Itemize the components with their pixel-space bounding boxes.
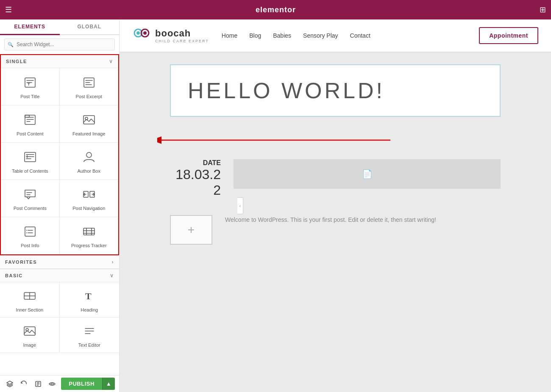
favorites-section-header[interactable]: FAVORITES ›	[0, 256, 119, 269]
single-section-header[interactable]: SINGLE ∨	[1, 55, 118, 68]
heading-icon: T	[82, 288, 97, 304]
page-title-box: HELLO WORLD!	[170, 64, 501, 117]
widget-image[interactable]: Image	[0, 317, 60, 353]
sidebar-tabs: ELEMENTS GLOBAL	[0, 19, 119, 35]
svg-rect-32	[83, 228, 95, 235]
page-content: HELLO WORLD! DATE 18.03.2	[145, 52, 526, 257]
logo-sub: CHILD CARE EXPERT	[155, 39, 209, 43]
tab-elements[interactable]: ELEMENTS	[0, 19, 60, 35]
widget-progress-tracker-label: Progress Tracker	[71, 243, 107, 248]
publish-button[interactable]: PUBLISH	[61, 378, 102, 390]
date-label: DATE	[170, 159, 221, 167]
single-section-label: SINGLE	[6, 59, 27, 64]
site-logo[interactable]: boocah CHILD CARE EXPERT	[132, 26, 209, 45]
nav-babies[interactable]: Babies	[273, 32, 291, 39]
top-bar: ☰ elementor ⊞	[0, 0, 551, 19]
widget-post-title-label: Post Title	[20, 94, 39, 99]
inner-section-icon	[22, 288, 37, 304]
basic-section-header[interactable]: BASIC ∨	[0, 269, 119, 282]
svg-text:T: T	[28, 82, 30, 86]
content-row: + Welcome to WordPress. This is your fir…	[170, 215, 501, 245]
widget-post-title[interactable]: T Post Title	[1, 68, 60, 105]
single-section-chevron: ∨	[109, 58, 114, 64]
placeholder-icon: 📄	[362, 169, 373, 179]
layers-icon[interactable]	[4, 378, 15, 390]
date-value2: 2	[170, 182, 221, 198]
widget-post-excerpt-label: Post Excerpt	[76, 94, 102, 99]
widget-inner-section[interactable]: Inner Section	[0, 282, 60, 317]
publish-arrow-button[interactable]: ▲	[102, 378, 115, 390]
featured-image-icon	[81, 112, 97, 127]
widget-post-info-label: Post Info	[21, 243, 39, 248]
widget-progress-tracker[interactable]: Progress Tracker	[60, 217, 119, 254]
basic-section-label: BASIC	[5, 273, 23, 278]
svg-rect-12	[25, 115, 29, 117]
search-input[interactable]	[4, 39, 115, 50]
widget-inner-section-label: Inner Section	[16, 307, 43, 313]
svg-rect-27	[25, 227, 35, 236]
post-comments-icon	[22, 187, 38, 202]
logo-text: boocah CHILD CARE EXPERT	[155, 28, 209, 43]
widget-table-of-contents[interactable]: Table of Contents	[1, 143, 60, 180]
post-navigation-icon	[81, 187, 97, 202]
widget-post-info[interactable]: Post Info	[1, 217, 60, 254]
sidebar-collapse-button[interactable]: ‹	[237, 197, 243, 214]
nav-blog[interactable]: Blog	[249, 32, 261, 39]
text-editor-icon	[82, 323, 97, 339]
author-box-icon	[81, 149, 97, 165]
featured-image-placeholder: 📄	[234, 159, 501, 189]
publish-button-group: PUBLISH ▲	[61, 378, 115, 390]
nav-contact[interactable]: Contact	[350, 32, 370, 39]
widget-featured-image-label: Featured Image	[72, 131, 106, 137]
arrow-section	[170, 130, 501, 151]
widget-heading[interactable]: T Heading	[60, 282, 120, 317]
post-content-icon	[22, 112, 38, 127]
date-value: 18.03.2	[170, 167, 221, 182]
widget-post-comments[interactable]: Post Comments	[1, 180, 60, 217]
svg-rect-41	[24, 327, 35, 335]
favorites-section-label: FAVORITES	[5, 259, 37, 265]
svg-rect-15	[25, 152, 36, 162]
widget-text-editor[interactable]: Text Editor	[60, 317, 120, 353]
app-title: elementor	[12, 6, 540, 14]
undo-icon[interactable]	[19, 378, 30, 390]
search-area	[0, 35, 119, 54]
content-area: boocah CHILD CARE EXPERT Home Blog Babie…	[120, 19, 551, 392]
widget-post-comments-label: Post Comments	[14, 205, 47, 211]
nav-home[interactable]: Home	[222, 32, 237, 39]
sidebar: ELEMENTS GLOBAL SINGLE ∨ T	[0, 19, 120, 392]
widget-table-of-contents-label: Table of Contents	[12, 168, 48, 174]
add-icon: +	[188, 223, 195, 237]
svg-point-20	[86, 152, 92, 157]
tab-global[interactable]: GLOBAL	[60, 19, 120, 35]
image-icon	[22, 323, 37, 339]
publish-arrow-icon: ▲	[106, 381, 111, 387]
svg-text:T: T	[85, 291, 92, 301]
site-header: boocah CHILD CARE EXPERT Home Blog Babie…	[120, 19, 551, 52]
add-content-box[interactable]: +	[170, 215, 212, 245]
nav-sensory-play[interactable]: Sensory Play	[303, 32, 338, 39]
eye-icon[interactable]	[47, 378, 58, 390]
widget-post-excerpt[interactable]: Post Excerpt	[60, 68, 119, 105]
post-info-icon	[22, 224, 38, 239]
favorites-section: FAVORITES ›	[0, 255, 119, 269]
widget-post-content[interactable]: Post Content	[1, 105, 60, 143]
svg-point-54	[136, 31, 140, 35]
widget-post-navigation-label: Post Navigation	[72, 205, 105, 211]
svg-rect-13	[83, 116, 95, 124]
widget-author-box[interactable]: Author Box	[60, 143, 119, 180]
main-layout: ELEMENTS GLOBAL SINGLE ∨ T	[0, 19, 551, 392]
progress-tracker-icon	[81, 224, 97, 239]
bottom-toolbar: PUBLISH ▲	[0, 375, 119, 392]
appointment-button[interactable]: Appointment	[479, 27, 538, 44]
grid-icon[interactable]: ⊞	[540, 5, 546, 14]
svg-marker-46	[7, 381, 13, 384]
hamburger-icon[interactable]: ☰	[5, 5, 12, 14]
post-title-icon: T	[22, 75, 38, 90]
widget-image-label: Image	[23, 342, 36, 348]
widget-featured-image[interactable]: Featured Image	[60, 105, 119, 143]
sidebar-content: SINGLE ∨ T Post Title	[0, 54, 119, 375]
widget-post-navigation[interactable]: Post Navigation	[60, 180, 119, 217]
site-nav: Home Blog Babies Sensory Play Contact Ap…	[222, 27, 538, 44]
history-icon[interactable]	[33, 378, 44, 390]
